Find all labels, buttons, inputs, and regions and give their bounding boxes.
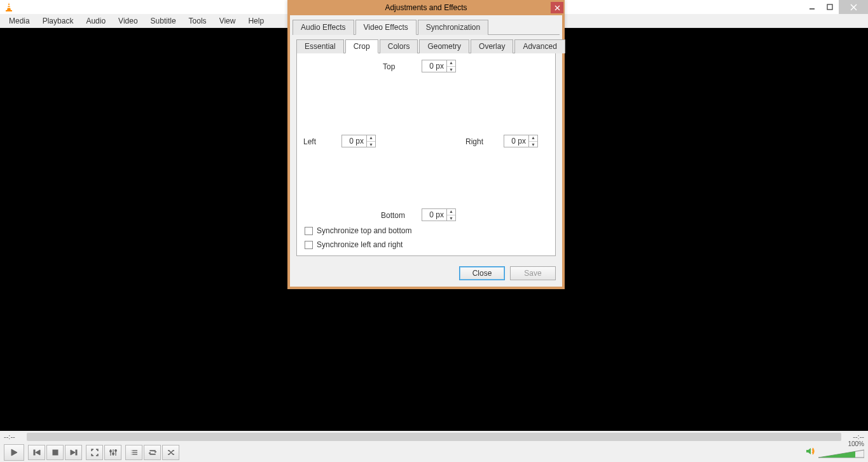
subtab-overlay[interactable]: Overlay (471, 39, 513, 53)
spin-up-icon[interactable]: ▲ (447, 60, 455, 67)
dialog-titlebar[interactable]: Adjustments and Effects (287, 0, 565, 15)
next-button[interactable] (65, 445, 82, 460)
time-remaining: --:-- (845, 433, 864, 440)
vlc-cone-icon (4, 2, 14, 12)
svg-rect-11 (53, 450, 58, 455)
svg-rect-9 (34, 450, 35, 455)
dialog-save-btn[interactable]: Save (510, 266, 556, 280)
stop-button[interactable] (46, 445, 64, 460)
dialog-close-btn[interactable]: Close (459, 266, 505, 280)
subtab-essential[interactable]: Essential (296, 39, 344, 53)
spin-down-icon[interactable]: ▼ (367, 142, 375, 148)
video-effects-subtabs: Essential Crop Colors Geometry Overlay A… (296, 39, 556, 53)
crop-bottom-value[interactable]: 0 px (422, 210, 446, 219)
menu-subtitle[interactable]: Subtitle (144, 15, 183, 27)
crop-top-label: Top (383, 62, 395, 71)
tab-video-effects[interactable]: Video Effects (355, 20, 417, 35)
minimize-button[interactable] (803, 0, 821, 14)
sync-left-right-label: Synchronize left and right (317, 240, 403, 249)
crop-right-value[interactable]: 0 px (504, 137, 528, 146)
svg-rect-1 (8, 5, 10, 6)
dialog-tabs: Audio Effects Video Effects Synchronizat… (293, 19, 560, 34)
crop-top-spinner[interactable]: 0 px ▲▼ (422, 60, 456, 72)
tab-synchronization[interactable]: Synchronization (418, 20, 488, 35)
crop-left-value[interactable]: 0 px (342, 137, 366, 146)
spin-down-icon[interactable]: ▼ (447, 215, 455, 222)
dialog-title: Adjustments and Effects (289, 3, 551, 12)
speaker-icon[interactable] (806, 447, 816, 458)
spin-up-icon[interactable]: ▲ (447, 208, 455, 215)
maximize-button[interactable] (821, 0, 839, 14)
crop-left-spinner[interactable]: 0 px ▲▼ (341, 135, 376, 147)
player-controls: --:-- --:-- 100% (0, 431, 868, 462)
previous-button[interactable] (28, 445, 45, 460)
svg-marker-0 (7, 3, 11, 10)
subtab-geometry[interactable]: Geometry (419, 39, 469, 53)
menu-view[interactable]: View (213, 15, 242, 27)
svg-marker-26 (806, 448, 811, 454)
svg-point-18 (112, 452, 114, 454)
adjustments-effects-dialog: Adjustments and Effects Audio Effects Vi… (287, 0, 565, 289)
svg-marker-12 (71, 450, 75, 455)
menu-help[interactable]: Help (242, 15, 270, 27)
subtab-advanced[interactable]: Advanced (514, 39, 565, 53)
fullscreen-button[interactable] (86, 445, 103, 460)
svg-rect-5 (827, 4, 832, 10)
loop-button[interactable] (144, 445, 161, 460)
spin-down-icon[interactable]: ▼ (447, 67, 455, 73)
shuffle-button[interactable] (162, 445, 179, 460)
menu-tools[interactable]: Tools (183, 15, 213, 27)
sync-top-bottom-checkbox[interactable] (305, 227, 313, 235)
crop-top-value[interactable]: 0 px (422, 62, 446, 71)
time-elapsed: --:-- (4, 433, 23, 440)
sync-left-right-checkbox[interactable] (305, 241, 313, 249)
window-close-button[interactable] (839, 0, 868, 14)
menu-audio[interactable]: Audio (79, 15, 112, 27)
spin-up-icon[interactable]: ▲ (529, 135, 537, 142)
crop-left-label: Left (303, 137, 316, 146)
crop-panel: Top 0 px ▲▼ Left 0 px ▲▼ Right 0 px ▲▼ (296, 53, 556, 256)
svg-marker-8 (11, 449, 17, 456)
svg-rect-2 (8, 7, 11, 8)
subtab-crop[interactable]: Crop (345, 39, 378, 53)
spin-up-icon[interactable]: ▲ (367, 135, 375, 142)
svg-point-19 (114, 449, 116, 451)
volume-slider[interactable] (818, 448, 864, 459)
play-button[interactable] (4, 444, 24, 461)
sync-top-bottom-label: Synchronize top and bottom (317, 226, 411, 235)
crop-right-label: Right (465, 137, 483, 146)
crop-bottom-spinner[interactable]: 0 px ▲▼ (422, 208, 456, 221)
crop-right-spinner[interactable]: 0 px ▲▼ (504, 135, 538, 147)
menu-media[interactable]: Media (3, 15, 36, 27)
svg-rect-3 (6, 10, 12, 11)
menu-playback[interactable]: Playback (36, 15, 80, 27)
seek-bar[interactable] (27, 433, 841, 441)
dialog-close-button[interactable] (551, 2, 563, 13)
svg-rect-13 (76, 450, 77, 455)
crop-bottom-label: Bottom (381, 211, 405, 220)
menu-video[interactable]: Video (112, 15, 144, 27)
tab-audio-effects[interactable]: Audio Effects (293, 20, 354, 35)
volume-percent: 100% (848, 440, 864, 447)
extended-settings-button[interactable] (104, 445, 121, 460)
svg-marker-10 (36, 450, 40, 455)
svg-point-17 (109, 450, 111, 452)
subtab-colors[interactable]: Colors (380, 39, 418, 53)
spin-down-icon[interactable]: ▼ (529, 142, 537, 148)
playlist-button[interactable] (125, 445, 142, 460)
